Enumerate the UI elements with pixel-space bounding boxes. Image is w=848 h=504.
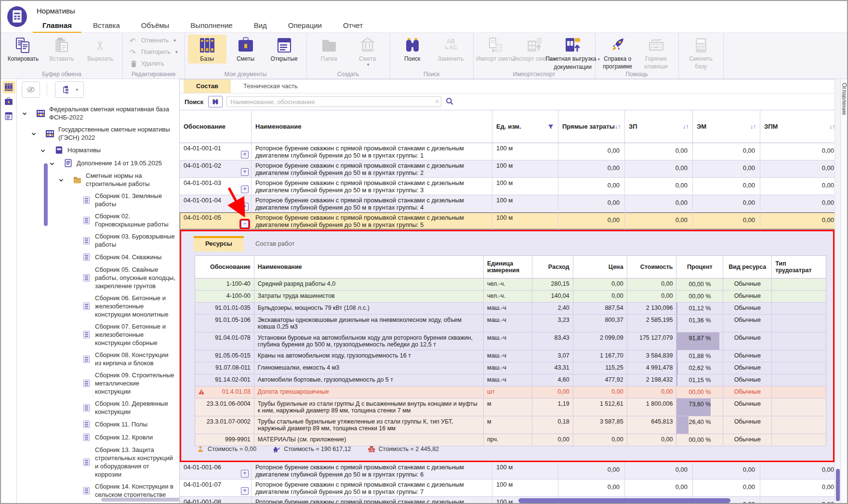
rail-opened[interactable] xyxy=(2,110,15,122)
resource-column-header[interactable]: Вид ресурса xyxy=(723,256,772,278)
tree-item[interactable]: Сметные нормы на строительные работы xyxy=(17,170,179,190)
table-row[interactable]: 04-01-001-07+Роторное бурение скважин с … xyxy=(180,479,835,497)
menu-tab-Отчет[interactable]: Отчет xyxy=(332,18,373,34)
tree-item[interactable]: Сборник 01. Земляные работы xyxy=(17,190,179,210)
chevron-down-icon[interactable] xyxy=(49,160,56,167)
chevron-down-icon[interactable]: ▾ xyxy=(367,62,370,67)
tree-view-button[interactable]: ▾ xyxy=(55,81,84,98)
menu-tab-Операции[interactable]: Операции xyxy=(278,18,332,34)
resource-column-header[interactable]: Единица измерения xyxy=(484,256,532,278)
column-header-ЗПМ[interactable]: ЗПМ↓↑ xyxy=(760,110,835,143)
expand-row-icon[interactable]: + xyxy=(241,168,249,176)
column-header-ЭМ[interactable]: ЭМ↓↑ xyxy=(693,110,760,143)
tree-item[interactable]: Сборник 12. Кровли xyxy=(17,431,179,444)
resource-column-header[interactable]: Стоимость xyxy=(627,256,677,278)
toc-tab[interactable]: Оглавление xyxy=(841,83,848,115)
tree-item[interactable]: Государственные сметные нормативы (ГЭСН)… xyxy=(17,123,179,144)
column-header-Прямые затраты[interactable]: Прямые затраты↓↑ xyxy=(558,110,625,143)
resource-column-header[interactable]: Расход xyxy=(532,256,573,278)
resource-column-header[interactable]: Цена xyxy=(573,256,627,278)
resource-row[interactable]: 01.4.01.03Долота трехшарошечныешт0,000,0… xyxy=(195,386,826,398)
tab-Состав[interactable]: Состав xyxy=(184,80,231,93)
menu-tab-Вид[interactable]: Вид xyxy=(243,18,278,34)
resource-column-header[interactable]: Наименование xyxy=(254,256,484,278)
resource-column-header[interactable]: Обоснование xyxy=(195,256,254,278)
resource-row[interactable]: 91.04.01-078Установки буровые на автомоб… xyxy=(195,332,826,350)
clear-search-icon[interactable]: × xyxy=(435,98,439,105)
tree-item[interactable]: Сборник 05. Свайные работы, опускные кол… xyxy=(17,264,179,292)
resource-row[interactable]: 4-100-00Затраты труда машинистовчел.-ч.1… xyxy=(195,291,826,303)
expand-row-icon[interactable]: + xyxy=(241,203,249,211)
tree-item[interactable]: Сборник 09. Строительные металлические к… xyxy=(17,369,179,398)
tab-Состав работ[interactable]: Состав работ xyxy=(244,236,306,252)
chevron-down-icon[interactable] xyxy=(22,110,28,117)
tree-item[interactable]: Сборник 02. Горновскрышные работы xyxy=(17,210,179,230)
column-header-Обоснование[interactable]: Обоснование xyxy=(180,110,252,143)
tree-item[interactable]: Нормативы xyxy=(17,144,179,157)
search-input[interactable] xyxy=(226,96,441,107)
chevron-down-icon[interactable]: ▾ xyxy=(173,38,176,43)
ribbon-button-Справка о[interactable]: Справка опрограмме xyxy=(598,35,637,71)
table-row[interactable]: 04-01-001-01+Роторное бурение скважин с … xyxy=(180,143,835,160)
table-row[interactable]: 04-01-001-02+Роторное бурение скважин с … xyxy=(180,160,835,178)
rail-bases[interactable] xyxy=(2,81,15,93)
chevron-down-icon[interactable]: ▾ xyxy=(175,50,178,54)
search-icon[interactable] xyxy=(445,97,455,106)
resource-row[interactable]: 23.3.01.07-0002Трубы стальные бурильные … xyxy=(195,416,826,434)
table-row[interactable]: 04-01-001-05−Роторное бурение скважин с … xyxy=(180,212,835,230)
resource-row[interactable]: 999-9901МАТЕРИАЛЫ (см. приложение)прч.0,… xyxy=(195,434,826,446)
tree-item[interactable]: Сборник 10. Деревянные конструкции xyxy=(17,398,179,418)
ribbon-button-Открытые[interactable]: Открытые xyxy=(265,35,304,64)
resource-row[interactable]: 91.07.08-011Глиномешалки, емкость 4 м3ма… xyxy=(195,362,826,374)
resource-row[interactable]: 91.14.02-001Автомобили бортовые, грузопо… xyxy=(195,374,826,386)
ribbon-button-Поиск[interactable]: Поиск xyxy=(393,35,432,64)
binoculars-icon[interactable] xyxy=(208,96,223,107)
tree-item[interactable]: Дополнение 14 от 19.05.2025 xyxy=(17,157,179,170)
resource-column-header[interactable]: Тип трудозатрат xyxy=(772,256,826,278)
table-row[interactable]: 04-01-001-03+Роторное бурение скважин с … xyxy=(180,178,835,195)
resource-row[interactable]: 1-100-40Средний разряд работы 4,0чел.-ч.… xyxy=(195,279,826,291)
expand-row-icon[interactable]: + xyxy=(241,487,249,495)
ribbon-button-Сметы[interactable]: Сметы xyxy=(226,35,265,64)
table-row[interactable]: 04-01-001-04+Роторное бурение скважин с … xyxy=(180,195,835,212)
resource-row[interactable]: 91.01.01-035Бульдозеры, мощность 79 кВт … xyxy=(195,303,826,315)
ribbon-button-Копировать[interactable]: Копировать xyxy=(4,35,42,64)
tree-item[interactable]: Сборник 03. Буровзрывные работы xyxy=(17,230,179,251)
tree-item[interactable]: Сборник 13. Защита строительных конструк… xyxy=(17,444,179,480)
table-row[interactable]: 04-01-001-06+Роторное бурение скважин с … xyxy=(180,462,835,479)
ribbon-button-Пакетная выгрузка[interactable]: Пакетная выгрузка▾документации xyxy=(554,35,592,72)
tree-item[interactable]: Сборник 14. Конструкции в сельском строи… xyxy=(17,480,179,497)
tree-item[interactable]: Сборник 08. Конструкции из кирпича и бло… xyxy=(17,349,179,369)
resource-column-header[interactable]: Процент xyxy=(676,256,723,278)
sidebar-hscrollbar-thumb[interactable] xyxy=(101,498,180,502)
tree-item[interactable]: Сборник 06. Бетонные и железобетонные ко… xyxy=(17,292,179,320)
collapse-row-icon[interactable]: − xyxy=(241,220,249,228)
menu-tab-Главная[interactable]: Главная xyxy=(32,18,82,34)
resource-row[interactable]: 23.3.01.06-0004Трубы бурильные из стали … xyxy=(195,398,826,416)
menu-tab-Объёмы[interactable]: Объёмы xyxy=(131,18,180,34)
tab-Ресурсы[interactable]: Ресурсы xyxy=(194,236,244,252)
chevron-down-icon[interactable] xyxy=(58,176,65,183)
chevron-down-icon[interactable] xyxy=(40,147,47,154)
menu-tab-Вставка[interactable]: Вставка xyxy=(82,18,131,34)
tree-scrollbar-thumb[interactable] xyxy=(44,163,48,226)
column-header-Ед. изм.[interactable]: Ед. изм. xyxy=(492,110,558,143)
resource-row[interactable]: 91.01.05-106Экскаваторы одноковшовые диз… xyxy=(195,315,826,332)
table-vscrollbar-thumb[interactable] xyxy=(836,469,840,501)
column-header-Наименование[interactable]: Наименование xyxy=(252,110,492,143)
expand-row-icon[interactable]: + xyxy=(241,151,249,159)
table-row[interactable]: 04-01-001-08+Роторное бурение скважин с … xyxy=(180,497,835,503)
table-hscrollbar-thumb[interactable] xyxy=(518,498,730,503)
menu-tab-Выполнение[interactable]: Выполнение xyxy=(180,18,243,34)
column-header-ЗП[interactable]: ЗП↓↑ xyxy=(625,110,693,143)
resource-row[interactable]: 91.05.05-015Краны на автомобильном ходу,… xyxy=(195,350,826,362)
tree-item[interactable]: Сборник 07. Бетонные и железобетонные ко… xyxy=(17,320,179,349)
rail-estimates[interactable] xyxy=(2,95,15,108)
tree-item[interactable]: Сборник 11. Полы xyxy=(17,418,179,431)
ribbon-button-Базы[interactable]: Базы xyxy=(188,35,226,64)
tree-item[interactable]: Федеральная сметная нормативная база ФСН… xyxy=(17,103,179,123)
table-vscrollbar[interactable] xyxy=(835,79,840,503)
expand-row-icon[interactable]: + xyxy=(241,186,249,193)
tree-item[interactable]: Сборник 04. Скважины xyxy=(17,251,179,264)
expand-row-icon[interactable]: + xyxy=(241,470,249,477)
